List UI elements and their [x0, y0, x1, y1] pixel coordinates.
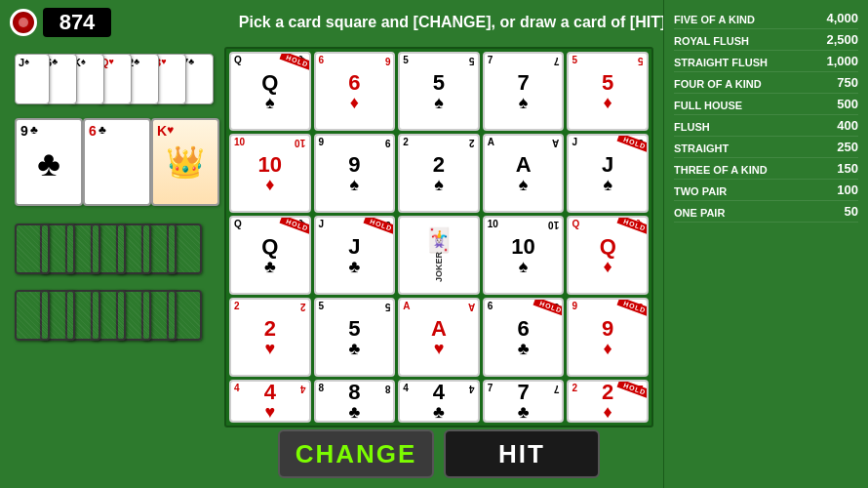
payout-panel: FIVE OF A KIND4,000ROYAL FLUSH2,500STRAI… [663, 0, 868, 488]
grid-card-23[interactable]: 777♣ [483, 380, 565, 423]
hand-row-2: 9 ♣ ♣ 6 ♣ K ♥ 👑 [15, 118, 215, 206]
left-panel: J♠ 6♣ K♠ Q♥ 2♣ 3♥ 7♣ 9 ♣ ♣ 6 ♣ K ♥ 👑 [5, 49, 219, 449]
payout-name-4: FULL HOUSE [674, 100, 742, 111]
grid-card-20[interactable]: 444♥ [229, 380, 311, 423]
payout-row-3: FOUR OF A KIND750 [674, 72, 858, 94]
card-grid-area: HOLDQQQ♠666♦555♠777♠555♦101010♦999♠222♠A… [224, 47, 653, 427]
payout-name-3: FOUR OF A KIND [674, 78, 762, 90]
payout-name-8: TWO PAIR [674, 185, 727, 197]
grid-card-10[interactable]: HOLDQQQ♣ [229, 216, 311, 295]
payout-value-6: 250 [837, 140, 858, 154]
grid-card-17[interactable]: AAA♥ [398, 298, 480, 377]
grid-card-18[interactable]: HOLD666♣ [483, 298, 565, 377]
grid-card-24[interactable]: HOLD222♦ [567, 380, 649, 423]
payout-value-1: 2,500 [826, 32, 858, 47]
payout-row-9: ONE PAIR50 [674, 201, 858, 223]
grid-card-4[interactable]: 555♦ [567, 52, 649, 131]
hand-row-1: J♠ 6♣ K♠ Q♥ 2♣ 3♥ 7♣ [15, 54, 215, 104]
grid-card-12[interactable]: 🃏JOKER [398, 216, 480, 295]
grid-card-16[interactable]: 555♣ [314, 298, 396, 377]
grid-card-5[interactable]: 101010♦ [229, 134, 311, 213]
payout-row-8: TWO PAIR100 [674, 180, 858, 201]
change-button[interactable]: CHANGE [278, 429, 434, 478]
hand-card[interactable]: J♠ [15, 54, 50, 104]
grid-card-8[interactable]: AAA♠ [483, 134, 565, 213]
payout-name-1: ROYAL FLUSH [674, 35, 749, 47]
grid-card-7[interactable]: 222♠ [398, 134, 480, 213]
payout-name-2: STRAIGHT FLUSH [674, 57, 768, 68]
hand-card[interactable]: 6 ♣ [83, 118, 151, 206]
grid-card-19[interactable]: HOLD999♦ [567, 298, 649, 377]
payout-value-4: 500 [837, 97, 858, 111]
hand-card[interactable]: 9 ♣ ♣ [15, 118, 83, 206]
grid-card-3[interactable]: 777♠ [483, 52, 565, 131]
deck-stack-2 [15, 290, 215, 341]
payout-value-0: 4,000 [826, 11, 858, 25]
payout-value-7: 150 [837, 161, 858, 176]
deck-stack-1 [15, 224, 215, 274]
grid-card-9[interactable]: HOLDJJJ♠ [567, 134, 649, 213]
king-card[interactable]: K ♥ 👑 [151, 118, 219, 206]
grid-card-6[interactable]: 999♠ [314, 134, 396, 213]
payout-name-6: STRAIGHT [674, 142, 729, 154]
payout-name-5: FLUSH [674, 121, 710, 133]
payout-row-4: FULL HOUSE500 [674, 94, 858, 115]
grid-card-1[interactable]: 666♦ [314, 52, 396, 131]
payout-row-1: ROYAL FLUSH2,500 [674, 29, 858, 51]
grid-card-14[interactable]: HOLDQQQ♦ [567, 216, 649, 295]
grid-card-0[interactable]: HOLDQQQ♠ [229, 52, 311, 131]
chip-icon [10, 9, 37, 36]
payout-row-7: THREE OF A KIND150 [674, 158, 858, 180]
grid-card-11[interactable]: HOLDJJJ♣ [314, 216, 396, 295]
deck-card[interactable] [15, 224, 50, 274]
payout-value-2: 1,000 [826, 54, 858, 68]
grid-card-15[interactable]: 222♥ [229, 298, 311, 377]
score-display: 874 [43, 8, 111, 37]
payout-value-8: 100 [837, 183, 858, 197]
button-area: CHANGE HIT [224, 429, 653, 478]
card-grid: HOLDQQQ♠666♦555♠777♠555♦101010♦999♠222♠A… [224, 47, 653, 427]
grid-card-13[interactable]: 101010♠ [483, 216, 565, 295]
payout-row-0: FIVE OF A KIND4,000 [674, 8, 858, 29]
payout-row-6: STRAIGHT250 [674, 137, 858, 158]
payout-name-7: THREE OF A KIND [674, 164, 768, 176]
grid-card-22[interactable]: 444♣ [398, 380, 480, 423]
payout-row-5: FLUSH400 [674, 115, 858, 137]
payout-name-0: FIVE OF A KIND [674, 14, 755, 25]
grid-card-2[interactable]: 555♠ [398, 52, 480, 131]
score-chip: 874 [10, 8, 111, 37]
payout-name-9: ONE PAIR [674, 207, 725, 219]
grid-card-21[interactable]: 888♣ [314, 380, 396, 423]
payout-value-9: 50 [845, 204, 858, 219]
payout-value-3: 750 [837, 75, 858, 90]
hit-button[interactable]: HIT [444, 429, 600, 478]
payout-value-5: 400 [837, 118, 858, 133]
deck-card[interactable] [15, 290, 50, 341]
payout-row-2: STRAIGHT FLUSH1,000 [674, 51, 858, 72]
